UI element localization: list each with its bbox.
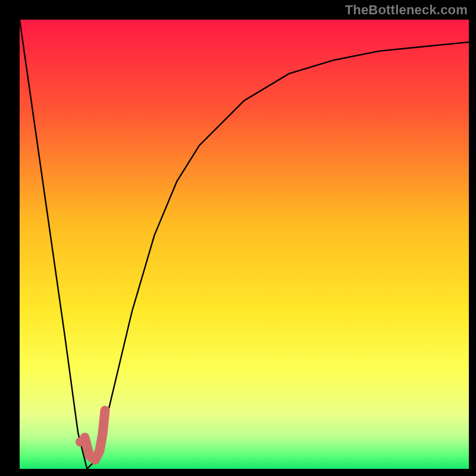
watermark-text: TheBottleneck.com [345,2,468,18]
bottleneck-curve [20,20,469,469]
plot-area [20,20,469,469]
marker-dot [76,437,85,447]
hook-path [85,411,105,460]
chart-frame: TheBottleneck.com [0,0,476,476]
curves-layer [20,20,469,469]
